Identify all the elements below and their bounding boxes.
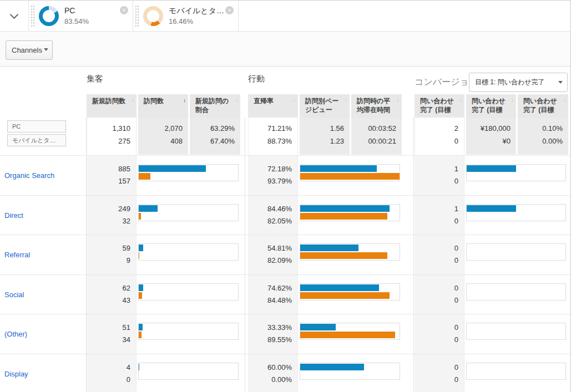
channel-rows: Organic Search 885157 72.18%93.79% 10 Di… [0, 155, 570, 392]
behavior-values-cell: 84.46%82.05% [248, 196, 298, 235]
pc-bar [139, 245, 143, 251]
sort-icon: ↓ [293, 96, 296, 105]
column-header-goal-completions[interactable]: ↓問い合わせ完了 (目標 [415, 94, 464, 118]
mobile-bar [300, 213, 387, 220]
dimension-dropdown[interactable]: Channels [6, 40, 53, 60]
pc-bar [467, 165, 516, 172]
pc-bar [300, 364, 364, 370]
table-row: Organic Search 885157 72.18%93.79% 10 [0, 155, 570, 195]
column-header-new-visits[interactable]: ↓新規訪問数 [87, 94, 137, 118]
column-header-visits[interactable]: ↓訪問数 [138, 94, 188, 118]
mobile-bar [139, 173, 150, 180]
pc-bar [139, 364, 139, 370]
conversion-bar-chart [466, 164, 566, 181]
summary-new-visit-rate: 63.29%67.40% [190, 118, 240, 155]
mobile-bar [300, 173, 400, 180]
donut-chart-icon [143, 6, 163, 26]
goal-selector-dropdown[interactable]: 目標 1: 問い合わせ完了 [469, 73, 568, 92]
segment-percent: 16.46% [169, 16, 224, 27]
acq-values-cell: 5134 [87, 314, 137, 354]
sort-icon: ↓ [345, 96, 347, 105]
drag-handle-icon[interactable] [135, 5, 139, 27]
conversion-values-cell: 00 [415, 235, 464, 274]
acq-bar-chart [138, 363, 239, 380]
conversion-bar-chart [466, 243, 566, 261]
column-header-pages-per-visit[interactable]: ↓訪問別ページビュー [300, 94, 350, 118]
column-header-avg-visit-duration[interactable]: ↓訪問時の平均滞在時間 [351, 94, 402, 118]
segments-expander-button[interactable] [0, 1, 29, 31]
mobile-bar [300, 292, 390, 299]
channel-link[interactable]: (Other) [4, 330, 27, 338]
acq-bar-chart [138, 283, 239, 301]
channel-link[interactable]: Organic Search [4, 171, 54, 180]
behavior-bar-chart [300, 204, 400, 221]
caret-down-icon [44, 48, 48, 51]
behavior-bar-chart [300, 323, 400, 340]
section-title-acquisition: 集客 [87, 74, 103, 84]
channel-link[interactable]: Direct [4, 211, 23, 219]
segment-row-label-mobile: モバイルとタ… [7, 134, 66, 146]
segment-name: モバイルとタ… [169, 5, 224, 16]
acq-values-cell: 6243 [87, 275, 137, 314]
channel-link[interactable]: Referral [4, 251, 30, 259]
conversion-bar-chart [466, 204, 566, 221]
conversion-values-cell: 00 [415, 354, 464, 392]
pc-bar [139, 284, 143, 291]
table-row: (Other) 5134 33.33%89.55% 00 [0, 314, 570, 354]
behavior-values-cell: 72.18%93.79% [248, 156, 298, 195]
segment-name: PC [64, 5, 89, 16]
conversion-values-cell: 10 [415, 196, 464, 235]
acq-bar-chart [138, 243, 239, 261]
section-title-behavior: 行動 [248, 74, 265, 84]
table-row: Display 40 60.00%0.00% 00 [0, 354, 570, 392]
channel-link[interactable]: Social [4, 290, 24, 298]
acq-bar-chart [138, 323, 239, 340]
sort-active-icon: ↓ [183, 96, 186, 105]
acq-values-cell: 885157 [87, 156, 137, 195]
channel-link[interactable]: Display [4, 369, 28, 378]
behavior-bar-chart [300, 363, 400, 380]
caret-down-icon [558, 81, 563, 84]
pc-bar [139, 205, 158, 212]
behavior-values-cell: 74.62%84.48% [248, 275, 298, 314]
summary-goal-value: ¥180,000¥0 [466, 118, 516, 155]
behavior-values-cell: 33.33%89.55% [248, 314, 298, 354]
close-icon[interactable]: ✕ [225, 6, 234, 14]
behavior-bar-chart [300, 283, 400, 301]
sort-icon: ↓ [132, 96, 134, 105]
chevron-down-icon [10, 11, 19, 19]
pc-bar [300, 284, 379, 291]
segment-card-pc[interactable]: PC 83.54% ✕ [29, 1, 133, 31]
pc-bar [139, 165, 206, 172]
mobile-bar [139, 292, 142, 299]
column-header-bounce-rate[interactable]: ↓直帰率 [248, 94, 298, 118]
segment-row-label-pc: PC [7, 120, 66, 133]
acq-bar-chart [138, 164, 239, 181]
acq-values-cell: 599 [87, 235, 137, 274]
sort-icon: ↓ [397, 96, 400, 105]
table-row: Referral 599 54.81%82.09% 00 [0, 235, 570, 274]
acq-values-cell: 24932 [87, 196, 137, 235]
drag-handle-icon[interactable] [31, 5, 35, 27]
sort-icon: ↓ [459, 96, 462, 105]
table-row: Social 6243 74.62%84.48% 00 [0, 274, 570, 314]
table-row: Direct 24932 84.46%82.05% 10 [0, 195, 570, 235]
summary-goal-rate: 0.10%0.00% [518, 118, 568, 155]
segment-percent: 83.54% [64, 16, 89, 27]
mobile-bar [139, 213, 141, 220]
conversion-bar-chart [466, 363, 566, 380]
sort-icon: ↓ [563, 96, 566, 105]
column-header-goal-rate[interactable]: ↓問い合わせ完了 (目標 [518, 94, 568, 118]
comparison-table: 集客 行動 コンバージョン 目標 1: 問い合わせ完了 ↓新規訪問数 ↓訪問数 … [0, 66, 570, 392]
donut-chart-icon [39, 6, 59, 26]
pc-bar [300, 245, 358, 251]
close-icon[interactable]: ✕ [120, 6, 128, 14]
column-header-new-visit-rate[interactable]: ↓新規訪問の割合 [190, 94, 240, 118]
dimension-dropdown-label: Channels [12, 46, 42, 54]
segment-card-mobile-tablet[interactable]: モバイルとタ… 16.46% ✕ [133, 1, 239, 31]
column-header-goal-value[interactable]: ↓問い合わせ完了 (目標 [466, 94, 516, 118]
behavior-values-cell: 60.00%0.00% [248, 354, 298, 392]
summary-visits: 2,070408 [138, 118, 188, 155]
summary-bounce-rate: 71.21%88.73% [248, 118, 298, 155]
mobile-bar [300, 332, 395, 338]
